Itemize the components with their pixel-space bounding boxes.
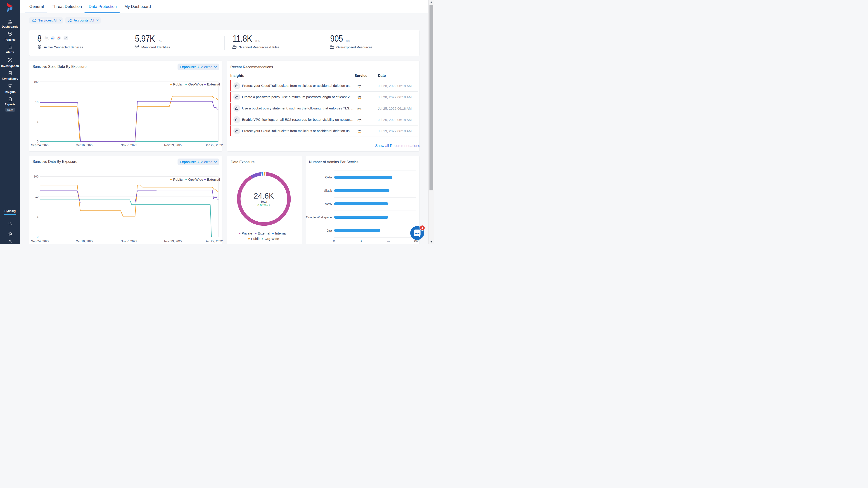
svg-text:box: box	[51, 37, 55, 39]
svg-text:1: 1	[37, 215, 38, 218]
svg-text:Google Workspace: Google Workspace	[306, 215, 332, 219]
svg-text:1: 1	[37, 120, 38, 123]
svg-text:Jira: Jira	[327, 228, 332, 232]
svg-text:0: 0	[37, 140, 38, 143]
svg-text:Sep 24, 2022: Sep 24, 2022	[31, 143, 49, 147]
svg-text:1: 1	[361, 239, 362, 242]
svg-text:10: 10	[387, 239, 390, 242]
svg-text:aws: aws	[358, 107, 361, 109]
svg-text:Nov 29, 2022: Nov 29, 2022	[164, 143, 182, 147]
svg-text:Nov 7, 2022: Nov 7, 2022	[121, 240, 137, 243]
svg-text:Okta: Okta	[325, 176, 332, 179]
svg-text:Sep 24, 2022: Sep 24, 2022	[31, 240, 49, 243]
svg-text:Oct 16, 2022: Oct 16, 2022	[76, 240, 93, 243]
svg-text:Dec 22, 2022: Dec 22, 2022	[205, 143, 223, 147]
svg-text:100: 100	[34, 80, 38, 84]
svg-text:Oct 16, 2022: Oct 16, 2022	[76, 143, 93, 147]
svg-text:Slack: Slack	[324, 189, 332, 192]
svg-text:10: 10	[35, 101, 38, 104]
svg-text:aws: aws	[358, 129, 361, 132]
svg-text:0: 0	[333, 239, 335, 242]
svg-text:Nov 7, 2022: Nov 7, 2022	[121, 143, 137, 147]
svg-text:AWS: AWS	[325, 202, 332, 206]
svg-text:100: 100	[34, 175, 38, 178]
svg-text:Dec 22, 2022: Dec 22, 2022	[205, 240, 223, 243]
svg-text:aws: aws	[45, 37, 49, 39]
svg-text:10: 10	[35, 195, 38, 198]
svg-text:aws: aws	[358, 118, 361, 121]
svg-text:aws: aws	[358, 84, 361, 87]
svg-text:0: 0	[37, 236, 38, 239]
svg-text:Nov 29, 2022: Nov 29, 2022	[164, 240, 182, 243]
svg-text:aws: aws	[358, 96, 361, 98]
